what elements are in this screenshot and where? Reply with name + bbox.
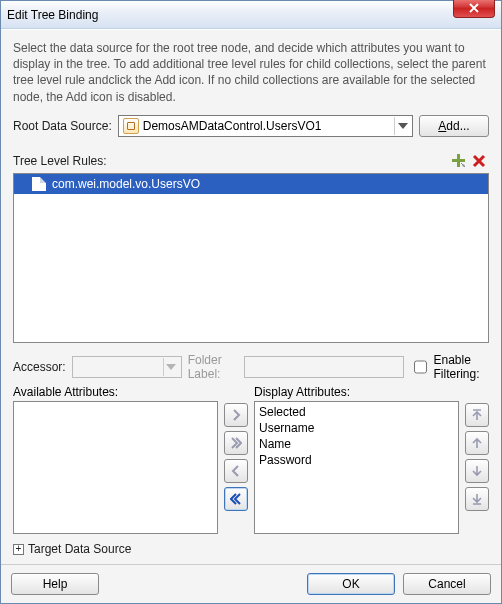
- accessor-combo[interactable]: [72, 356, 182, 378]
- ok-button[interactable]: OK: [307, 573, 395, 595]
- available-attributes-list[interactable]: [13, 401, 218, 534]
- enable-filtering-checkbox[interactable]: Enable Filtering:: [410, 353, 489, 381]
- display-attributes-label: Display Attributes:: [254, 385, 459, 399]
- move-bottom-button[interactable]: [465, 487, 489, 511]
- move-right-button[interactable]: [224, 403, 248, 427]
- folder-label-input: [244, 356, 404, 378]
- move-all-left-button[interactable]: [224, 487, 248, 511]
- move-down-button[interactable]: [465, 459, 489, 483]
- chevron-down-icon: [163, 358, 179, 376]
- chevron-left-icon: [230, 465, 242, 477]
- double-chevron-right-icon: [230, 437, 242, 449]
- titlebar: Edit Tree Binding: [1, 1, 501, 29]
- target-data-source-label: Target Data Source: [28, 542, 131, 556]
- accessor-label: Accessor:: [13, 360, 66, 374]
- order-buttons: [465, 385, 489, 534]
- root-data-source-row: Root Data Source: DemosAMDataControl.Use…: [13, 115, 489, 137]
- close-icon: [469, 3, 479, 13]
- plus-icon: [451, 153, 467, 169]
- list-item[interactable]: Username: [259, 420, 454, 436]
- arrow-down-icon: [471, 465, 483, 477]
- chevron-down-icon: [394, 117, 410, 135]
- accessor-row: Accessor: Folder Label: Enable Filtering…: [13, 353, 489, 381]
- tree-level-rules-list[interactable]: com.wei.model.vo.UsersVO: [13, 173, 489, 343]
- page-icon: [32, 177, 46, 191]
- list-item[interactable]: Password: [259, 452, 454, 468]
- tree-rule-text: com.wei.model.vo.UsersVO: [52, 177, 200, 191]
- description-text: Select the data source for the root tree…: [13, 40, 489, 105]
- help-button[interactable]: Help: [11, 573, 99, 595]
- window-close-button[interactable]: [453, 0, 495, 18]
- delete-rule-button[interactable]: [469, 151, 489, 171]
- arrow-bottom-icon: [471, 493, 483, 505]
- tree-rule-item[interactable]: com.wei.model.vo.UsersVO: [14, 174, 488, 194]
- cancel-button[interactable]: Cancel: [403, 573, 491, 595]
- root-data-source-value: DemosAMDataControl.UsersVO1: [143, 119, 390, 133]
- move-left-button[interactable]: [224, 459, 248, 483]
- add-data-source-button[interactable]: Add...: [419, 115, 489, 137]
- folder-label-label: Folder Label:: [188, 353, 238, 381]
- list-item[interactable]: Selected: [259, 404, 454, 420]
- attributes-area: Available Attributes: Display Attribu: [13, 385, 489, 534]
- move-all-right-button[interactable]: [224, 431, 248, 455]
- arrow-top-icon: [471, 409, 483, 421]
- window-title: Edit Tree Binding: [7, 8, 98, 22]
- display-attributes-list[interactable]: Selected Username Name Password: [254, 401, 459, 534]
- dialog-edit-tree-binding: Edit Tree Binding Select the data source…: [0, 0, 502, 604]
- root-data-source-label: Root Data Source:: [13, 119, 112, 133]
- shuttle-buttons: [224, 385, 248, 534]
- double-chevron-left-icon: [230, 493, 242, 505]
- available-attributes-label: Available Attributes:: [13, 385, 218, 399]
- arrow-up-icon: [471, 437, 483, 449]
- svg-rect-1: [452, 159, 465, 162]
- list-item[interactable]: Name: [259, 436, 454, 452]
- enable-filtering-input[interactable]: [414, 360, 427, 374]
- dialog-body: Select the data source for the root tree…: [1, 29, 501, 564]
- enable-filtering-label: Enable Filtering:: [434, 353, 489, 381]
- expand-icon[interactable]: +: [13, 544, 24, 555]
- tree-level-rules-label: Tree Level Rules:: [13, 154, 107, 168]
- dialog-footer: Help OK Cancel: [1, 564, 501, 603]
- delete-icon: [472, 154, 486, 168]
- move-top-button[interactable]: [465, 403, 489, 427]
- data-control-icon: [123, 118, 139, 134]
- move-up-button[interactable]: [465, 431, 489, 455]
- tree-level-rules-header: Tree Level Rules:: [13, 151, 489, 171]
- root-data-source-combo[interactable]: DemosAMDataControl.UsersVO1: [118, 115, 413, 137]
- target-data-source-row[interactable]: + Target Data Source: [13, 542, 489, 556]
- add-rule-button[interactable]: [449, 151, 469, 171]
- chevron-right-icon: [230, 409, 242, 421]
